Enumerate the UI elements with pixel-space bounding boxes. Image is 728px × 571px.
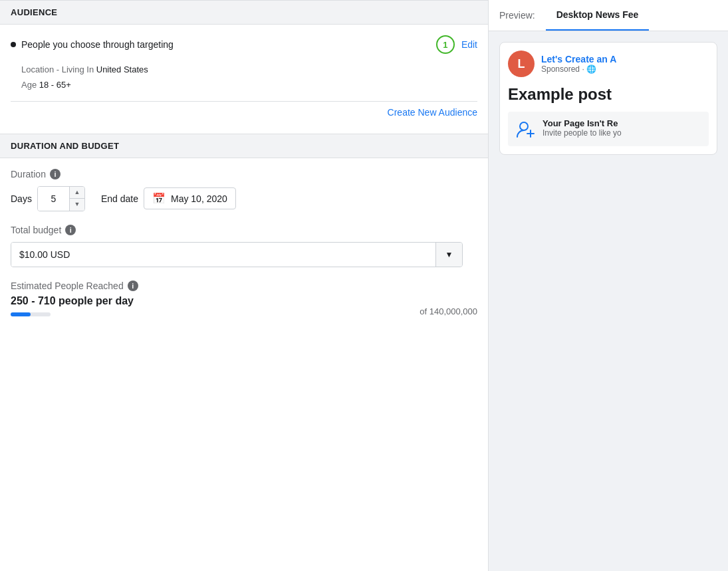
stepper-down-button[interactable]: ▼ xyxy=(70,199,84,211)
location-detail: Location - Living In United States xyxy=(21,62,477,77)
avatar: L xyxy=(508,51,535,77)
ad-body: Example post Your Page Isn't Re Invite p… xyxy=(500,85,717,154)
ad-example-text: Example post xyxy=(508,85,709,104)
days-group: Days ▲ ▼ xyxy=(11,186,85,211)
ad-card-header: L Let's Create an A Sponsored · 🌐 xyxy=(500,43,717,85)
days-stepper[interactable]: ▲ ▼ xyxy=(37,186,85,211)
progress-bar-fill xyxy=(11,312,31,316)
estimated-row: 250 - 710 people per day of 140,000,000 xyxy=(11,295,477,316)
duration-budget-section: Duration i Days ▲ ▼ End date xyxy=(0,158,488,334)
preview-tab[interactable]: Desktop News Fee xyxy=(546,0,650,31)
audience-option-text: People you choose through targeting xyxy=(21,39,174,50)
bullet-icon xyxy=(11,42,16,47)
audience-details: Location - Living In United States Age 1… xyxy=(21,62,477,93)
audience-badge: 1 xyxy=(436,35,455,54)
age-detail: Age 18 - 65+ xyxy=(21,77,477,92)
ad-meta: Let's Create an A Sponsored · 🌐 xyxy=(541,54,616,74)
preview-header: Preview: Desktop News Fee xyxy=(489,0,728,31)
ad-card: L Let's Create an A Sponsored · 🌐 Exampl… xyxy=(499,42,717,155)
duration-row: Days ▲ ▼ End date 📅 May 10, 2020 xyxy=(11,186,477,211)
location-value: United States xyxy=(96,64,148,74)
end-date-label: End date xyxy=(101,193,138,204)
duration-budget-title: DURATION AND BUDGET xyxy=(11,141,119,151)
ad-sponsored: Sponsored · 🌐 xyxy=(541,64,616,74)
audience-title: AUDIENCE xyxy=(11,7,57,17)
invite-title: Your Page Isn't Re xyxy=(543,118,622,128)
estimated-info-icon[interactable]: i xyxy=(128,281,138,291)
estimated-value-text: 250 - 710 people per day xyxy=(11,295,134,307)
duration-field-label: Duration i xyxy=(11,169,477,179)
stepper-up-button[interactable]: ▲ xyxy=(70,187,84,199)
end-date-input[interactable]: 📅 May 10, 2020 xyxy=(144,187,236,209)
ad-page-name: Let's Create an A xyxy=(541,54,616,64)
audience-option-row: People you choose through targeting 1 Ed… xyxy=(11,35,477,54)
invite-text: Your Page Isn't Re Invite people to like… xyxy=(543,118,622,138)
audience-section: People you choose through targeting 1 Ed… xyxy=(0,25,488,134)
preview-label: Preview: xyxy=(489,1,546,30)
duration-budget-section-header: DURATION AND BUDGET xyxy=(0,134,488,158)
total-budget-label: Total budget i xyxy=(11,225,477,235)
edit-audience-button[interactable]: Edit xyxy=(461,39,477,50)
invite-sub: Invite people to like yo xyxy=(543,128,622,138)
ad-page-invite: Your Page Isn't Re Invite people to like… xyxy=(508,112,709,146)
duration-info-icon[interactable]: i xyxy=(50,169,61,179)
audience-section-header: AUDIENCE xyxy=(0,0,488,25)
estimated-total: of 140,000,000 xyxy=(420,306,477,316)
svg-point-0 xyxy=(520,122,528,130)
progress-bar xyxy=(11,312,51,316)
estimated-range-value: 250 - 710 people per day xyxy=(11,295,134,316)
calendar-icon: 📅 xyxy=(152,192,166,205)
audience-actions: 1 Edit xyxy=(436,35,477,54)
create-audience-row: Create New Audience xyxy=(11,101,477,123)
budget-input-row[interactable]: $10.00 USD ▼ xyxy=(11,242,463,267)
budget-value: $10.00 USD xyxy=(11,243,435,267)
budget-dropdown-button[interactable]: ▼ xyxy=(435,243,462,267)
audience-label: People you choose through targeting xyxy=(11,39,174,50)
end-date-group: End date 📅 May 10, 2020 xyxy=(101,187,236,209)
days-input[interactable] xyxy=(38,187,70,211)
age-value: 18 - 65+ xyxy=(39,80,71,90)
stepper-buttons: ▲ ▼ xyxy=(70,187,84,211)
estimated-label: Estimated People Reached i xyxy=(11,281,477,291)
invite-icon xyxy=(515,118,536,140)
budget-info-icon[interactable]: i xyxy=(65,225,76,235)
days-label: Days xyxy=(11,193,32,204)
create-new-audience-button[interactable]: Create New Audience xyxy=(388,107,477,118)
left-panel: AUDIENCE People you choose through targe… xyxy=(0,0,489,571)
end-date-value: May 10, 2020 xyxy=(171,193,227,204)
right-panel: Preview: Desktop News Fee L Let's Create… xyxy=(489,0,728,571)
